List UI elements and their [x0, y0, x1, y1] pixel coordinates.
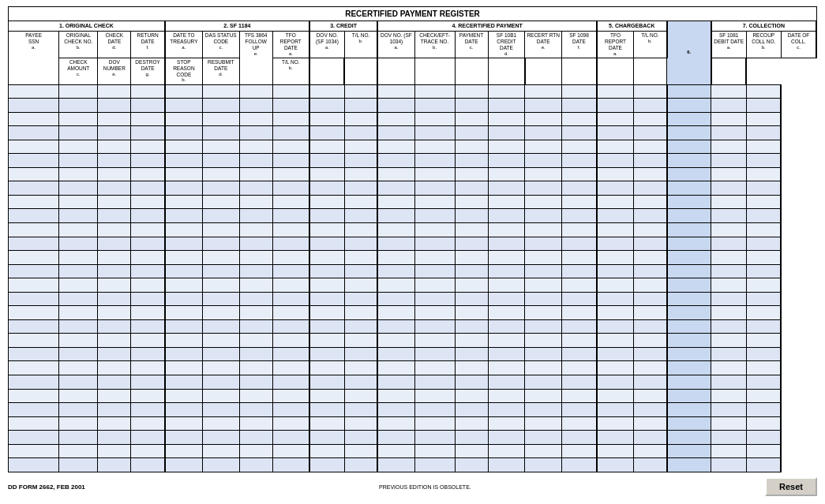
- data-cell: [344, 112, 377, 126]
- data-cell: [667, 264, 711, 278]
- reset-button[interactable]: Reset: [765, 477, 817, 496]
- data-cell: [711, 140, 746, 154]
- data-cell: [667, 99, 711, 113]
- data-cell: [9, 195, 59, 209]
- data-cell: [309, 237, 344, 251]
- data-cell: [272, 444, 309, 458]
- dov-number-letter: e.: [99, 72, 129, 77]
- tfs-3864-header: TFS 3864 FOLLOW UP e.: [239, 32, 272, 84]
- data-cell: [597, 84, 634, 99]
- data-cell: [634, 403, 667, 417]
- table-row: [9, 389, 817, 403]
- data-cell: [272, 140, 309, 154]
- data-cell: [746, 458, 781, 472]
- data-cell: [667, 112, 711, 126]
- data-cell: [562, 237, 597, 251]
- data-cell: [414, 375, 455, 390]
- data-cell: [634, 154, 667, 168]
- tl-no-chargeback-header: T/L NO. b.: [634, 32, 667, 58]
- table-row: [9, 237, 817, 251]
- data-cell: [98, 167, 131, 181]
- data-cell: [59, 403, 98, 417]
- data-cell: [562, 334, 597, 348]
- data-cell: [98, 251, 131, 265]
- data-cell: [309, 389, 344, 403]
- data-cell: [131, 375, 165, 390]
- data-cell: [634, 223, 667, 237]
- data-cell: [98, 181, 131, 196]
- data-cell: [562, 126, 597, 140]
- tl-no-credit-header: T/L NO. b.: [344, 32, 377, 58]
- table-row: [9, 416, 817, 431]
- data-cell: [525, 361, 562, 375]
- data-cell: [711, 181, 746, 196]
- data-cell: [377, 361, 414, 375]
- data-cell: [414, 237, 455, 251]
- data-cell: [309, 292, 344, 306]
- data-cell: [746, 444, 781, 458]
- data-cell: [667, 167, 711, 181]
- data-cell: [525, 154, 562, 168]
- data-cell: [414, 154, 455, 168]
- data-cell: [272, 361, 309, 375]
- data-cell: [597, 347, 634, 361]
- data-cell: [711, 237, 746, 251]
- data-cell: [746, 431, 781, 445]
- data-cell: [165, 334, 203, 348]
- recert-sub-c: [455, 58, 488, 84]
- data-cell: [344, 444, 377, 458]
- data-cell: [667, 292, 711, 306]
- data-cell: [59, 195, 98, 209]
- data-cell: [562, 403, 597, 417]
- date-of-coll-label: DATE OF COLL.: [783, 32, 814, 45]
- das-status-code-letter: c.: [204, 45, 238, 50]
- data-cell: [414, 251, 455, 265]
- data-cell: [239, 278, 272, 293]
- data-cell: [597, 403, 634, 417]
- data-cell: [131, 278, 165, 293]
- section-1-header: 1. ORIGINAL CHECK: [9, 21, 165, 32]
- data-cell: [746, 237, 781, 251]
- stop-reason-code-header: STOP REASON CODE b.: [165, 58, 203, 84]
- data-cell: [597, 154, 634, 168]
- data-cell: [239, 431, 272, 445]
- dov-no-recert-header: DOV NO. (SF 1034) a.: [377, 32, 414, 58]
- data-cell: [455, 403, 488, 417]
- data-cell: [344, 195, 377, 209]
- data-cell: [272, 278, 309, 293]
- data-cell: [9, 278, 59, 293]
- data-cell: [344, 416, 377, 431]
- data-cell: [488, 140, 525, 154]
- data-cell: [455, 278, 488, 293]
- section-6-header: 6.: [667, 21, 711, 85]
- data-cell: [667, 347, 711, 361]
- data-cell: [131, 306, 165, 320]
- data-cell: [309, 375, 344, 390]
- data-cell: [634, 251, 667, 265]
- data-cell: [59, 278, 98, 293]
- payee-ssn-letter: a.: [10, 45, 57, 50]
- data-cell: [562, 306, 597, 320]
- data-cell: [272, 403, 309, 417]
- data-cell: [525, 389, 562, 403]
- data-cell: [562, 278, 597, 293]
- data-cell: [746, 416, 781, 431]
- data-cell: [746, 375, 781, 390]
- data-cell: [711, 319, 746, 334]
- data-cell: [309, 334, 344, 348]
- data-cell: [597, 444, 634, 458]
- data-cell: [746, 347, 781, 361]
- data-cell: [414, 347, 455, 361]
- data-cell: [634, 195, 667, 209]
- data-cell: [309, 195, 344, 209]
- table-row: [9, 334, 817, 348]
- data-cell: [377, 278, 414, 293]
- data-cell: [272, 209, 309, 223]
- data-cell: [272, 237, 309, 251]
- data-cell: [455, 375, 488, 390]
- section-2-header: 2. SF 1184: [165, 21, 309, 32]
- data-cell: [562, 444, 597, 458]
- data-cell: [525, 195, 562, 209]
- data-cell: [562, 458, 597, 472]
- data-cell: [667, 251, 711, 265]
